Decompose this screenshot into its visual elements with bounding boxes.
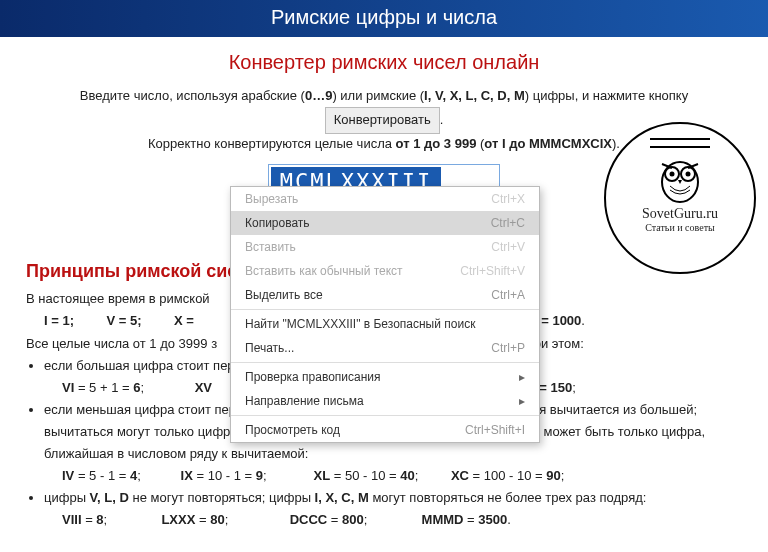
context-menu: ВырезатьCtrl+X КопироватьCtrl+C Вставить…: [230, 186, 540, 443]
menu-cut[interactable]: ВырезатьCtrl+X: [231, 187, 539, 211]
chevron-right-icon: [519, 394, 525, 408]
page-header: Римские цифры и числа: [0, 0, 768, 37]
menu-select-all[interactable]: Выделить всеCtrl+A: [231, 283, 539, 307]
arabic-range: 0…9: [305, 88, 332, 103]
owl-icon: [652, 152, 708, 204]
intro-prefix: Введите число, используя арабские (: [80, 88, 305, 103]
converter-title: Конвертер римских чисел онлайн: [0, 51, 768, 74]
menu-spellcheck[interactable]: Проверка правописания: [231, 365, 539, 389]
menu-print[interactable]: Печать...Ctrl+P: [231, 336, 539, 360]
chevron-right-icon: [519, 370, 525, 384]
menu-search[interactable]: Найти "MCMLXXXIII" в Безопасный поиск: [231, 312, 539, 336]
menu-paste-plain[interactable]: Вставить как обычный текстCtrl+Shift+V: [231, 259, 539, 283]
menu-copy[interactable]: КопироватьCtrl+C: [231, 211, 539, 235]
menu-paste[interactable]: ВставитьCtrl+V: [231, 235, 539, 259]
svg-point-4: [686, 172, 691, 177]
site-logo-badge: SovetGuru.ru Статьи и советы: [604, 122, 756, 274]
list-item: цифры V, L, D не могут повторяться; цифр…: [44, 487, 742, 531]
shelf-icon: [650, 138, 710, 148]
range-roman-bold: от I до MMMCMXCIX: [484, 136, 612, 151]
convert-button[interactable]: Конвертировать: [325, 107, 440, 134]
p2-prefix: Все целые числа от 1 до 3999 з: [26, 336, 217, 351]
range-bold: от 1 до 3 999: [396, 136, 477, 151]
menu-inspect[interactable]: Просмотреть кодCtrl+Shift+I: [231, 418, 539, 442]
logo-brand: SovetGuru.ru: [606, 206, 754, 222]
roman-letters: I, V, X, L, C, D, M: [424, 88, 525, 103]
svg-point-3: [670, 172, 675, 177]
menu-direction[interactable]: Направление письма: [231, 389, 539, 413]
logo-sub: Статьи и советы: [606, 222, 754, 233]
